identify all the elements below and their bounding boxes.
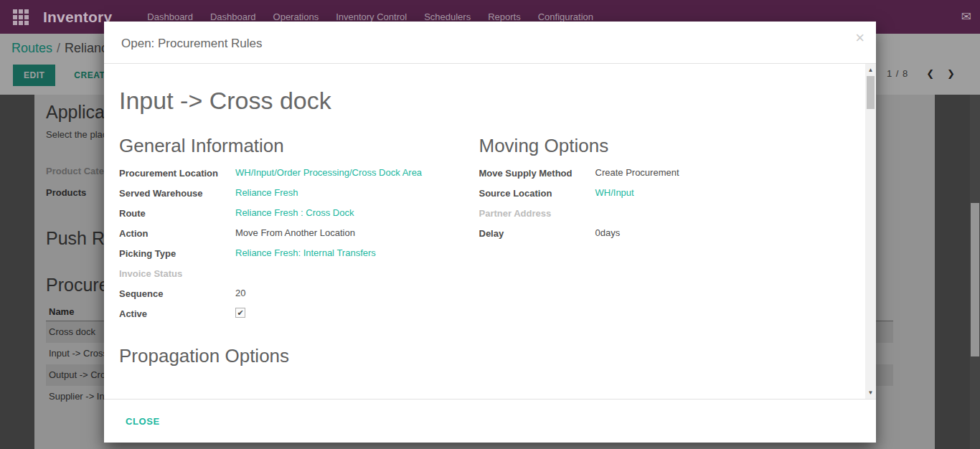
field-row: Source LocationWH/Input xyxy=(479,187,818,207)
field-value-text: 0days xyxy=(595,227,621,238)
field-row: Move Supply MethodCreate Procurement xyxy=(479,167,818,187)
modal-header: Open: Procurement Rules × xyxy=(104,22,876,64)
modal-footer: CLOSE xyxy=(104,399,876,443)
field-label: Route xyxy=(119,207,235,219)
moving-fields: Move Supply MethodCreate ProcurementSour… xyxy=(479,167,818,247)
moving-options-section: Moving Options Move Supply MethodCreate … xyxy=(479,135,839,328)
field-row: Active✔ xyxy=(119,308,458,328)
field-value-link[interactable]: Reliance Fresh : Cross Dock xyxy=(235,207,354,218)
messages-envelope-icon[interactable]: ✉ xyxy=(961,10,971,24)
field-value-text: Move From Another Location xyxy=(235,227,355,238)
field-label: Action xyxy=(119,227,235,239)
form-columns: General Information Procurement Location… xyxy=(119,135,839,328)
field-row: Picking TypeReliance Fresh: Internal Tra… xyxy=(119,247,458,268)
propagation-options-title: Propagation Options xyxy=(119,345,839,367)
field-row: Invoice Status xyxy=(119,268,458,288)
field-label: Picking Type xyxy=(119,247,235,259)
field-label: Active xyxy=(119,308,235,319)
field-label: Source Location xyxy=(479,187,595,199)
field-row: Sequence20 xyxy=(119,288,458,308)
apps-grid-icon[interactable] xyxy=(13,9,29,25)
modal-body: Input -> Cross dock General Information … xyxy=(104,64,876,399)
nav-right: ✉ xyxy=(961,9,971,24)
general-information-section: General Information Procurement Location… xyxy=(119,135,479,328)
general-fields: Procurement LocationWH/Input/Order Proce… xyxy=(119,167,458,328)
field-value-link[interactable]: WH/Input xyxy=(595,187,634,198)
field-row: Delay0days xyxy=(479,227,818,247)
field-label: Invoice Status xyxy=(119,268,235,279)
field-value-link[interactable]: Reliance Fresh: Internal Transfers xyxy=(235,247,376,258)
close-button[interactable]: CLOSE xyxy=(126,410,160,433)
general-information-title: General Information xyxy=(119,135,458,157)
procurement-rule-modal: Open: Procurement Rules × Input -> Cross… xyxy=(104,22,876,443)
field-label: Served Warehouse xyxy=(119,187,235,199)
field-label: Delay xyxy=(479,227,595,239)
record-title: Input -> Cross dock xyxy=(119,87,839,115)
field-value-link[interactable]: Reliance Fresh xyxy=(235,187,298,198)
close-icon[interactable]: × xyxy=(855,30,864,46)
scroll-down-icon[interactable]: ▼ xyxy=(865,387,876,398)
scroll-up-icon[interactable]: ▲ xyxy=(865,65,876,75)
field-label: Procurement Location xyxy=(119,167,235,179)
screen: Inventory DashboardDashboardOperationsIn… xyxy=(0,0,980,449)
field-value-link[interactable]: WH/Input/Order Processing/Cross Dock Are… xyxy=(235,167,422,178)
field-label: Move Supply Method xyxy=(479,167,595,179)
field-label: Partner Address xyxy=(479,207,595,219)
field-row: Partner Address xyxy=(479,207,818,227)
field-row: ActionMove From Another Location xyxy=(119,227,458,247)
field-label: Sequence xyxy=(119,288,235,299)
modal-scrollbar[interactable]: ▲ ▼ xyxy=(865,64,876,399)
moving-options-title: Moving Options xyxy=(479,135,818,157)
field-row: Procurement LocationWH/Input/Order Proce… xyxy=(119,167,458,187)
modal-scrollbar-thumb[interactable] xyxy=(867,76,875,109)
field-value-text: Create Procurement xyxy=(595,167,679,178)
active-checkbox[interactable]: ✔ xyxy=(235,308,245,318)
field-row: RouteReliance Fresh : Cross Dock xyxy=(119,207,458,227)
field-row: Served WarehouseReliance Fresh xyxy=(119,187,458,207)
modal-title: Open: Procurement Rules xyxy=(121,37,263,51)
field-value-text: 20 xyxy=(235,288,245,298)
app-title: Inventory xyxy=(43,9,112,26)
checkmark-icon: ✔ xyxy=(237,309,243,317)
